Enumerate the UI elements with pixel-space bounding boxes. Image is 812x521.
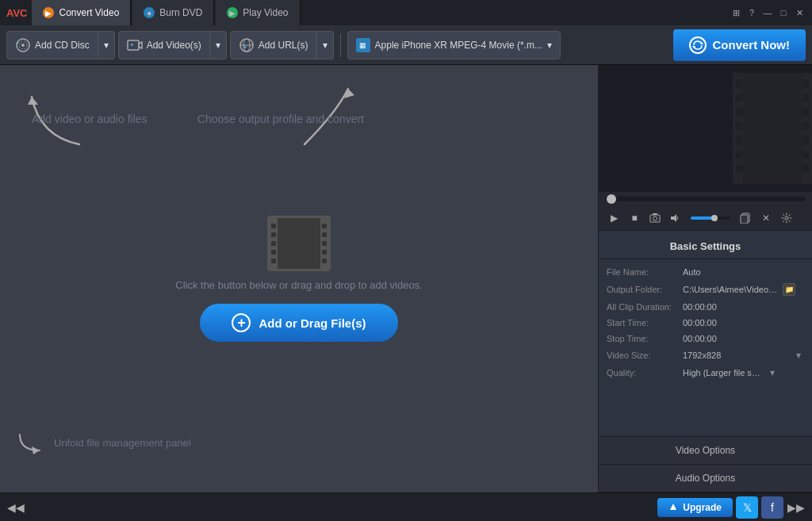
- filename-label: File Name:: [607, 267, 678, 277]
- tab-burn-dvd[interactable]: ● Burn DVD: [132, 0, 214, 25]
- svg-text:+: +: [130, 41, 134, 48]
- hint-add-files: Add video or audio files: [32, 113, 147, 125]
- setting-row-filename: File Name: Auto: [599, 264, 812, 280]
- twitter-button[interactable]: 𝕏: [736, 496, 758, 519]
- help-icon[interactable]: ?: [745, 6, 758, 19]
- setting-row-output: Output Folder: C:\Users\Aimee\Videos....…: [599, 280, 812, 299]
- svg-marker-15: [32, 446, 40, 454]
- svg-rect-27: [802, 94, 809, 102]
- app-logo: AVC: [6, 7, 27, 19]
- svg-rect-26: [802, 79, 809, 87]
- svg-rect-29: [802, 122, 809, 130]
- burn-tab-label: Burn DVD: [159, 7, 202, 18]
- upgrade-button[interactable]: Upgrade: [657, 498, 733, 517]
- profile-icon: ▦: [356, 38, 370, 52]
- close-icon[interactable]: ✕: [793, 6, 806, 19]
- add-url-button[interactable]: + Add URL(s): [230, 31, 317, 59]
- preview-area: [599, 65, 812, 192]
- upgrade-label: Upgrade: [683, 502, 722, 513]
- progress-bar-row[interactable]: [599, 192, 812, 206]
- audio-options-button[interactable]: Audio Options: [599, 465, 812, 492]
- svg-marker-5: [139, 42, 142, 48]
- video-add-icon: +: [127, 37, 143, 53]
- copy-button[interactable]: [737, 209, 754, 227]
- add-cd-button[interactable]: + Add CD Disc: [6, 31, 98, 59]
- add-videos-button[interactable]: + Add Video(s): [118, 31, 210, 59]
- svg-text:+: +: [17, 40, 19, 44]
- convert-tab-label: Convert Video: [59, 7, 119, 18]
- player-controls: ▶ ■ ✕: [599, 206, 812, 231]
- url-icon: +: [239, 37, 255, 53]
- svg-rect-35: [653, 213, 657, 215]
- bottom-hint: Unfold file management panel: [16, 431, 191, 454]
- settings-preview-button[interactable]: [778, 209, 795, 227]
- add-cd-label: Add CD Disc: [35, 40, 90, 51]
- svg-text:+: +: [243, 44, 247, 50]
- quality-value: High (Larger file size): [683, 368, 762, 377]
- settings-icon[interactable]: ⊞: [730, 6, 742, 19]
- svg-rect-24: [736, 151, 742, 159]
- add-url-group: + Add URL(s) ▾: [230, 31, 334, 59]
- browse-folder-button[interactable]: 📁: [783, 283, 795, 296]
- start-value: 00:00:00: [683, 318, 804, 328]
- svg-rect-16: [733, 73, 812, 184]
- svg-point-1: [21, 44, 25, 47]
- profile-select[interactable]: ▦ Apple iPhone XR MPEG-4 Movie (*.m... ▾: [347, 31, 561, 59]
- svg-rect-20: [736, 94, 742, 102]
- convert-icon: [689, 36, 707, 54]
- stop-label: Stop Time:: [607, 334, 678, 343]
- convert-now-label: Convert Now!: [713, 38, 791, 52]
- close-preview-button[interactable]: ✕: [757, 209, 775, 227]
- setting-row-quality: Quality: High (Larger file size) ▾: [599, 364, 812, 381]
- svg-rect-21: [736, 108, 742, 116]
- filename-value: Auto: [683, 267, 804, 277]
- tab-play-video[interactable]: ▶ Play Video: [216, 0, 300, 25]
- bottom-bar: ◀◀ Upgrade 𝕏 f ▶▶: [0, 492, 812, 521]
- snapshot-button[interactable]: [646, 209, 664, 227]
- svg-rect-31: [802, 151, 809, 159]
- window-controls: ⊞ ? — □ ✕: [730, 6, 806, 19]
- toolbar: + Add CD Disc ▾ + Add Video(s) ▾ + Add U…: [0, 25, 812, 65]
- play-button[interactable]: ▶: [605, 209, 622, 227]
- quality-dropdown[interactable]: ▾: [767, 367, 778, 378]
- film-decoration: [725, 73, 812, 184]
- play-tab-label: Play Video: [243, 7, 288, 18]
- toolbar-divider: [340, 33, 341, 57]
- progress-thumb[interactable]: [607, 194, 616, 204]
- add-cd-dropdown-arrow[interactable]: ▾: [98, 31, 115, 59]
- add-url-dropdown-arrow[interactable]: ▾: [317, 31, 334, 59]
- panel-buttons: Video Options Audio Options: [599, 436, 812, 492]
- setting-row-duration: All Clip Duration: 00:00:00: [599, 299, 812, 315]
- add-drag-files-button[interactable]: + Add or Drag File(s): [200, 304, 397, 342]
- cd-icon: +: [15, 37, 31, 53]
- nav-left-button[interactable]: ◀◀: [6, 498, 25, 517]
- video-options-button[interactable]: Video Options: [599, 437, 812, 465]
- drag-hint-text: Click the button below or drag and drop …: [175, 279, 422, 291]
- videosize-dropdown[interactable]: ▾: [793, 350, 804, 361]
- left-panel: Add video or audio files Choose output p…: [0, 65, 598, 492]
- output-value: C:\Users\Aimee\Videos....: [683, 285, 778, 294]
- title-bar: AVC ▶ Convert Video ● Burn DVD ▶ Play Vi…: [0, 0, 812, 25]
- convert-now-button[interactable]: Convert Now!: [673, 29, 806, 61]
- stop-button[interactable]: ■: [626, 209, 643, 227]
- tab-convert-video[interactable]: ▶ Convert Video: [32, 0, 131, 25]
- nav-right-button[interactable]: ▶▶: [787, 498, 806, 517]
- duration-label: All Clip Duration:: [607, 302, 678, 312]
- videosize-label: Video Size:: [607, 351, 678, 360]
- plus-icon: +: [232, 313, 251, 332]
- svg-rect-28: [802, 108, 809, 116]
- svg-marker-40: [670, 504, 676, 510]
- add-url-label: Add URL(s): [259, 40, 308, 51]
- minimize-icon[interactable]: —: [761, 6, 774, 19]
- maximize-icon[interactable]: □: [777, 6, 790, 19]
- setting-row-start: Start Time: 00:00:00: [599, 315, 812, 331]
- svg-rect-30: [802, 136, 809, 144]
- svg-rect-25: [736, 165, 742, 173]
- volume-slider[interactable]: [691, 216, 730, 220]
- add-videos-dropdown-arrow[interactable]: ▾: [210, 31, 227, 59]
- facebook-button[interactable]: f: [761, 496, 783, 519]
- svg-rect-23: [736, 136, 742, 144]
- output-label: Output Folder:: [607, 285, 678, 294]
- burn-tab-icon: ●: [144, 7, 155, 18]
- arrow-bottom-icon: [16, 431, 48, 454]
